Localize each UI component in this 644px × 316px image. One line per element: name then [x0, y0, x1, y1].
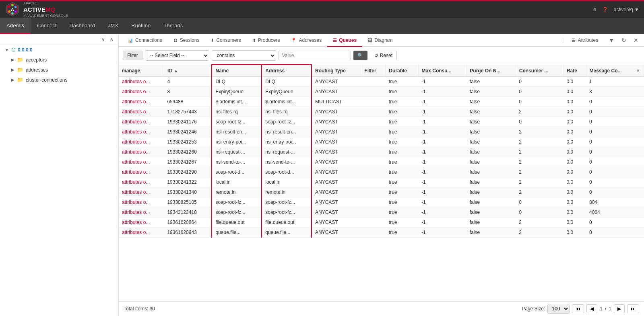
cell-manage[interactable]: attributes o... [119, 197, 164, 207]
cell-max-consumers: -1 [418, 228, 466, 238]
reset-button[interactable]: ↺ Reset [370, 51, 397, 60]
cell-filter [361, 97, 386, 107]
cell-manage[interactable]: attributes o... [119, 177, 164, 187]
prev-page-button[interactable]: ◀ [586, 304, 597, 313]
cell-manage[interactable]: attributes o... [119, 157, 164, 167]
cell-message-count: 0 [586, 157, 644, 167]
table-header-row: manage ID ▲ Name Address Routing Type Fi… [119, 65, 644, 77]
cell-id: 19330241322 [164, 177, 212, 187]
cell-purge-on-no: false [466, 157, 516, 167]
collapse-all-button[interactable]: ∨ [100, 36, 107, 43]
reset-label: Reset [380, 53, 392, 58]
cell-manage[interactable]: attributes o... [119, 187, 164, 197]
tab-close-button[interactable]: ✕ [631, 35, 641, 45]
cell-manage[interactable]: attributes o... [119, 97, 164, 107]
cell-message-count: 0 [586, 167, 644, 177]
nav-connect[interactable]: Connect [31, 18, 63, 34]
cell-max-consumers: -1 [418, 197, 466, 207]
tabs: 📊 Connections 🗒 Sessions ⬇ Consumers ⬆ P… [119, 34, 644, 47]
cell-manage[interactable]: attributes o... [119, 117, 164, 127]
tab-diagram[interactable]: 🖼 Diagram [362, 34, 398, 47]
logo-icon: A [5, 2, 20, 18]
search-button[interactable]: 🔍 [353, 51, 367, 60]
cell-purge-on-no: false [466, 207, 516, 218]
nav-artemis[interactable]: Artemis [0, 18, 31, 34]
expand-all-button[interactable]: ∧ [108, 36, 115, 43]
cell-message-count: 0 [586, 187, 644, 197]
cell-name: nsi-request-... [212, 147, 262, 157]
tab-consumers[interactable]: ⬇ Consumers [205, 34, 246, 47]
cell-manage[interactable]: attributes o... [119, 147, 164, 157]
cell-address: soap-root-fz... [262, 197, 312, 207]
cell-rate: 0.0 [563, 127, 586, 137]
next-page-button[interactable]: ▶ [614, 304, 625, 313]
cell-max-consumers: -1 [418, 207, 466, 218]
tab-addresses[interactable]: 📍 Addresses [285, 34, 327, 47]
filter-button[interactable]: Filter [123, 51, 142, 60]
tab-attributes[interactable]: ☰ Attributes [566, 34, 604, 47]
cell-manage[interactable]: attributes o... [119, 137, 164, 147]
col-max-consumers: Max Consu... [418, 65, 466, 77]
cell-manage[interactable]: attributes o... [119, 127, 164, 137]
table-row: attributes o... 19343123418 soap-root-fz… [119, 207, 644, 218]
cell-manage[interactable]: attributes o... [119, 77, 164, 87]
sidebar-item-acceptors[interactable]: ▶ 📁 acceptors [0, 55, 118, 65]
cell-manage[interactable]: attributes o... [119, 87, 164, 97]
filter-field-select[interactable]: -- Select Field -- ID Name Address Routi… [145, 50, 209, 61]
col-filter-icon[interactable]: ▼ [636, 68, 640, 74]
cell-manage[interactable]: attributes o... [119, 107, 164, 117]
last-page-button[interactable]: ⏭ [627, 304, 639, 313]
cell-routing-type: ANYCAST [312, 77, 361, 87]
diagram-icon: 🖼 [368, 38, 372, 43]
col-id[interactable]: ID ▲ [164, 65, 212, 77]
nav-bar: Artemis Connect Dashboard JMX Runtime Th… [0, 18, 644, 34]
user-menu[interactable]: activemq ▼ [614, 7, 639, 12]
nav-threads[interactable]: Threads [157, 18, 190, 34]
table-row: attributes o... 19330241290 soap-root-d.… [119, 167, 644, 177]
table-row: attributes o... 19330825105 soap-root-fz… [119, 197, 644, 207]
cell-filter [361, 87, 386, 97]
cell-message-count: 0 [586, 218, 644, 228]
sidebar-acceptors-label: acceptors [26, 57, 47, 63]
nav-jmx[interactable]: JMX [101, 18, 125, 34]
cell-rate: 0.0 [563, 207, 586, 218]
cell-rate: 0.0 [563, 187, 586, 197]
top-bar-left: A APACHE ACTIVEMQ MANAGEMENT CONSOLE [5, 1, 68, 18]
filter-operator-select[interactable]: contains equals starts with [212, 50, 276, 61]
cell-manage[interactable]: attributes o... [119, 218, 164, 228]
cell-name: nsi-entry-poi... [212, 137, 262, 147]
cell-routing-type: ANYCAST [312, 147, 361, 157]
folder-icon: 📁 [17, 77, 23, 83]
filter-value-input[interactable] [279, 51, 351, 60]
cell-name: soap-root-fz... [212, 197, 262, 207]
help-icon[interactable]: ❓ [602, 7, 608, 12]
monitor-icon[interactable]: 🖥 [592, 7, 597, 12]
sidebar-item-cluster-connections[interactable]: ▶ 📁 cluster-connections [0, 75, 118, 85]
nav-dashboard[interactable]: Dashboard [63, 18, 101, 34]
page-size-select[interactable]: 100 50 25 [547, 304, 570, 314]
col-consumer-count: Consumer ... [516, 65, 563, 77]
tab-dropdown-button[interactable]: ▼ [606, 35, 617, 45]
cell-durable: true [386, 187, 418, 197]
cell-rate: 0.0 [563, 117, 586, 127]
sidebar-item-addresses[interactable]: ▶ 📁 addresses [0, 65, 118, 75]
tab-producers[interactable]: ⬆ Producers [247, 34, 286, 47]
cell-manage[interactable]: attributes o... [119, 228, 164, 238]
cell-manage[interactable]: attributes o... [119, 167, 164, 177]
cell-rate: 0.0 [563, 77, 586, 87]
sidebar-root-item[interactable]: ▼ ⬡ 0.0.0.0 [0, 45, 118, 55]
cell-message-count: 4064 [586, 207, 644, 218]
cell-message-count: 1 [586, 77, 644, 87]
tab-sessions[interactable]: 🗒 Sessions [168, 34, 205, 47]
nav-runtime[interactable]: Runtime [125, 18, 157, 34]
tab-queues[interactable]: ☰ Queues [327, 34, 362, 47]
cell-rate: 0.0 [563, 97, 586, 107]
queues-table: manage ID ▲ Name Address Routing Type Fi… [119, 64, 644, 238]
cell-manage[interactable]: attributes o... [119, 207, 164, 218]
first-page-button[interactable]: ⏮ [572, 304, 584, 313]
cell-durable: true [386, 167, 418, 177]
logo-text: APACHE ACTIVEMQ MANAGEMENT CONSOLE [23, 1, 68, 18]
console-label: MANAGEMENT CONSOLE [23, 14, 68, 18]
tab-refresh-button[interactable]: ↻ [619, 35, 629, 45]
tab-connections[interactable]: 📊 Connections [122, 34, 168, 47]
